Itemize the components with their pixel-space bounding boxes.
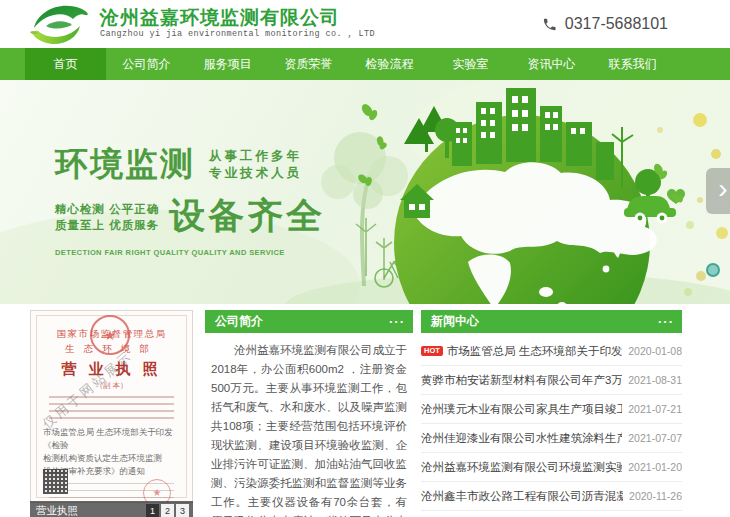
news-item[interactable]: HOT 市场监管总局 生态环境部关于印发《检验... 2020-01-08 xyxy=(421,337,682,366)
profile-more-link[interactable]: ··· xyxy=(389,317,405,327)
banner-side-lines-1: 从事工作多年 专业技术人员 xyxy=(209,148,302,182)
news-date: 2021-01-20 xyxy=(628,461,682,473)
banner-tagline: DETECTION FAIR RIGHT QUALITY QUALITY AND… xyxy=(55,248,325,257)
news-header-bar: 新闻中心 ··· xyxy=(421,310,682,333)
company-profile-section: 公司简介 ··· 沧州益嘉环境监测有限公司成立于2018年，办公面积600m2 … xyxy=(205,310,413,517)
nav-item-news-center[interactable]: 资讯中心 xyxy=(511,48,592,80)
slide-caption: 营业执照 xyxy=(36,504,78,517)
banner-headline-2: 设备齐全 xyxy=(169,192,325,241)
business-license-image[interactable]: 国家市场监督管理总局 生态环境部 营 业 执 照 （副 本） 市场监管总局 生态… xyxy=(30,310,193,503)
slider-caption-bar: 营业执照 1 2 3 xyxy=(30,501,193,517)
news-item[interactable]: 黄骅市柏安诺新型材料有限公司年产3万吨砂浆... 2021-08-31 xyxy=(421,366,682,395)
main-content: 国家市场监督管理总局 生态环境部 营 业 执 照 （副 本） 市场监管总局 生态… xyxy=(0,310,730,517)
news-date: 2020-11-26 xyxy=(629,490,682,502)
site-header: 沧州益嘉环境监测有限公司 Cangzhou yi jia environment… xyxy=(0,0,730,48)
hot-badge: HOT xyxy=(421,346,443,357)
hero-banner: 环境监测 从事工作多年 专业技术人员 精心检测 公平正确 质量至上 优质服务 设… xyxy=(0,80,730,304)
nav-item-inspection-process[interactable]: 检验流程 xyxy=(349,48,430,80)
nav-item-company-profile[interactable]: 公司简介 xyxy=(106,48,187,80)
company-name-en: Cangzhou yi jia environmental monitoring… xyxy=(100,30,375,39)
nav-item-qualifications[interactable]: 资质荣誉 xyxy=(268,48,349,80)
nav-item-services[interactable]: 服务项目 xyxy=(187,48,268,80)
news-more-link[interactable]: ··· xyxy=(658,317,674,327)
phone-number: 0317-5688101 xyxy=(565,15,668,33)
news-item[interactable]: 沧州佳迎漆业有限公司水性建筑涂料生产线技术... 2021-07-07 xyxy=(421,424,682,453)
phone-icon xyxy=(542,17,557,32)
banner-side-lines-2: 精心检测 公平正确 质量至上 优质服务 xyxy=(55,201,159,233)
news-center-section: 新闻中心 ··· HOT 市场监管总局 生态环境部关于印发《检验... 2020… xyxy=(421,310,682,517)
main-nav: 首页 公司简介 服务项目 资质荣誉 检验流程 实验室 资讯中心 联系我们 xyxy=(0,48,730,80)
pager-1[interactable]: 1 xyxy=(146,504,159,517)
company-name: 沧州益嘉环境监测有限公司 xyxy=(100,8,375,29)
profile-title: 公司简介 xyxy=(215,313,263,330)
brand-block: 沧州益嘉环境监测有限公司 Cangzhou yi jia environment… xyxy=(100,8,375,39)
banner-next-arrow-icon[interactable]: › xyxy=(706,168,730,214)
red-seal-icon-small: ★ xyxy=(143,479,171,503)
news-date: 2020-01-08 xyxy=(628,345,682,357)
license-slider: 国家市场监督管理总局 生态环境部 营 业 执 照 （副 本） 市场监管总局 生态… xyxy=(30,310,193,517)
nav-item-laboratory[interactable]: 实验室 xyxy=(430,48,511,80)
license-subtitle: （副 本） xyxy=(41,381,182,391)
profile-header-bar: 公司简介 ··· xyxy=(205,310,413,333)
news-list: HOT 市场监管总局 生态环境部关于印发《检验... 2020-01-08 黄骅… xyxy=(421,337,682,511)
news-title: 新闻中心 xyxy=(431,313,479,330)
news-item[interactable]: 沧州益嘉环境监测有限公司环境监测实验室建设... 2021-01-20 xyxy=(421,453,682,482)
profile-text: 沧州益嘉环境监测有限公司成立于2018年，办公面积600m2 ，注册资金500万… xyxy=(205,333,413,517)
banner-text-block: 环境监测 从事工作多年 专业技术人员 精心检测 公平正确 质量至上 优质服务 设… xyxy=(55,142,325,257)
news-item[interactable]: 沧州璞元木业有限公司家具生产项目竣工环境保... 2021-07-21 xyxy=(421,395,682,424)
pager-3[interactable]: 3 xyxy=(176,504,189,517)
news-date: 2021-07-07 xyxy=(628,432,682,444)
nav-item-home[interactable]: 首页 xyxy=(25,48,106,80)
qr-code-icon xyxy=(43,469,68,494)
slider-pagination: 1 2 3 xyxy=(146,504,189,517)
news-item[interactable]: 沧州鑫丰市政公路工程有限公司沥青混凝土生产... 2020-11-26 xyxy=(421,482,682,511)
pager-2[interactable]: 2 xyxy=(161,504,174,517)
banner-headline-1: 环境监测 xyxy=(55,142,195,187)
news-date: 2021-08-31 xyxy=(628,374,682,386)
nav-item-contact[interactable]: 联系我们 xyxy=(592,48,673,80)
header-phone: 0317-5688101 xyxy=(542,15,668,33)
company-logo-icon[interactable] xyxy=(26,2,94,46)
news-date: 2021-07-21 xyxy=(628,403,682,415)
